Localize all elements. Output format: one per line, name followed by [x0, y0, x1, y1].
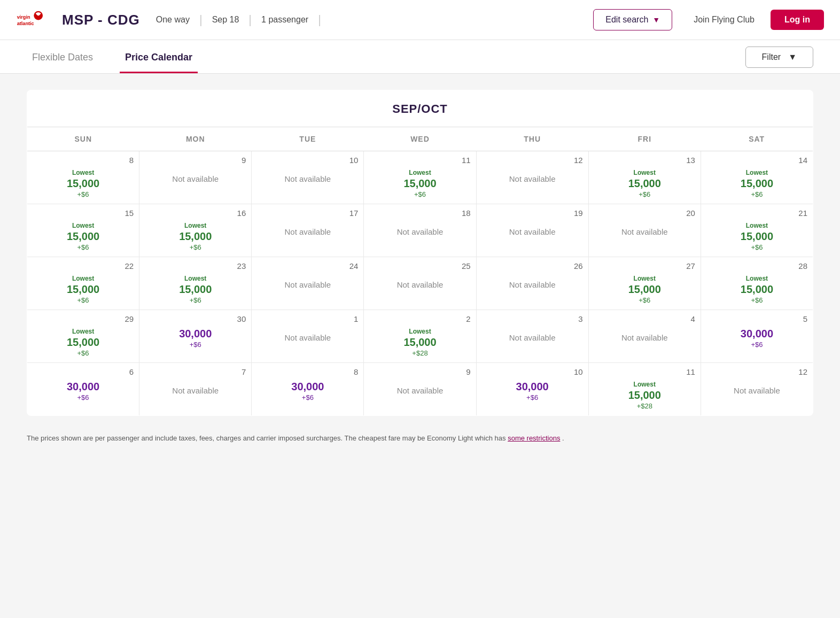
not-available-text: Not available: [482, 333, 583, 342]
calendar-cell[interactable]: 28Lowest15,000+$6: [701, 257, 813, 310]
price-amount: 15,000: [145, 283, 246, 295]
not-available-text: Not available: [594, 227, 695, 236]
svg-text:virgin: virgin: [17, 14, 30, 20]
calendar-cell[interactable]: 11Lowest15,000+$28: [588, 363, 701, 416]
price-label: Lowest: [33, 222, 134, 229]
calendar-row: 630,000+$67Not available830,000+$69Not a…: [27, 363, 813, 416]
footer-restrictions-link[interactable]: some restrictions: [508, 434, 560, 442]
calendar-cell[interactable]: 29Lowest15,000+$6: [27, 310, 139, 363]
price-label: Lowest: [33, 275, 134, 282]
cell-date: 6: [33, 367, 134, 376]
day-header-wed: WED: [364, 127, 476, 151]
cell-date: 4: [594, 314, 695, 323]
not-available-text: Not available: [257, 333, 358, 342]
not-available-text: Not available: [706, 386, 807, 395]
calendar-cell: 10Not available: [252, 151, 364, 204]
not-available-text: Not available: [369, 280, 470, 289]
cell-content: Not available: [369, 378, 470, 395]
cell-date: 24: [257, 261, 358, 271]
cell-content: Not available: [706, 378, 807, 395]
cell-date: 16: [145, 208, 246, 218]
cell-content: Lowest15,000+$6: [706, 220, 807, 251]
divider3: |: [318, 13, 321, 27]
filter-chevron-icon: ▼: [788, 52, 797, 62]
price-amount: 15,000: [145, 230, 246, 242]
cell-content: Not available: [594, 326, 695, 342]
tabs-area: Flexible Dates Price Calendar Filter ▼: [0, 40, 840, 74]
price-amount: 15,000: [369, 336, 470, 348]
calendar-cell: 24Not available: [252, 257, 364, 310]
calendar-cell[interactable]: 13Lowest15,000+$6: [588, 151, 701, 204]
calendar-cell[interactable]: 11Lowest15,000+$6: [364, 151, 476, 204]
price-label: Lowest: [706, 275, 807, 282]
cell-date: 8: [257, 367, 358, 376]
calendar-cell[interactable]: 22Lowest15,000+$6: [27, 257, 139, 310]
cell-date: 12: [482, 156, 583, 165]
cell-date: 10: [482, 367, 583, 376]
calendar-cell[interactable]: 16Lowest15,000+$6: [139, 204, 252, 257]
cell-date: 30: [145, 314, 246, 323]
cell-content: Lowest15,000+$6: [33, 273, 134, 304]
price-label: Lowest: [594, 275, 695, 282]
passengers-count: 1 passenger: [261, 15, 308, 25]
calendar-cell[interactable]: 27Lowest15,000+$6: [588, 257, 701, 310]
calendar-cell[interactable]: 8Lowest15,000+$6: [27, 151, 139, 204]
svg-text:atlantic: atlantic: [17, 20, 34, 26]
price-tax: +$28: [594, 402, 695, 410]
price-label: Lowest: [33, 169, 134, 176]
price-amount: 15,000: [369, 177, 470, 189]
login-button[interactable]: Log in: [771, 10, 824, 30]
calendar-cell[interactable]: 23Lowest15,000+$6: [139, 257, 252, 310]
price-amount: 15,000: [706, 230, 807, 242]
calendar-cell: 17Not available: [252, 204, 364, 257]
price-label: Lowest: [369, 169, 470, 176]
cell-date: 12: [706, 367, 807, 376]
edit-search-button[interactable]: Edit search ▼: [593, 9, 672, 30]
cell-date: 7: [145, 367, 246, 376]
calendar-cell[interactable]: 830,000+$6: [252, 363, 364, 416]
calendar-cell[interactable]: 15Lowest15,000+$6: [27, 204, 139, 257]
cell-content: Not available: [369, 273, 470, 289]
cell-content: 30,000+$6: [482, 378, 583, 401]
cell-date: 29: [33, 314, 134, 323]
calendar-cell[interactable]: 1030,000+$6: [476, 363, 588, 416]
calendar-cell[interactable]: 530,000+$6: [701, 310, 813, 363]
chevron-down-icon: ▼: [652, 16, 660, 24]
divider2: |: [248, 13, 252, 27]
cell-content: Lowest15,000+$6: [33, 220, 134, 251]
cell-content: 30,000+$6: [33, 378, 134, 401]
calendar-cell[interactable]: 14Lowest15,000+$6: [701, 151, 813, 204]
price-amount: 15,000: [594, 177, 695, 189]
tab-price-calendar[interactable]: Price Calendar: [120, 40, 198, 73]
calendar-cell[interactable]: 2Lowest15,000+$28: [364, 310, 476, 363]
price-tax: +$6: [33, 349, 134, 357]
cell-content: Lowest15,000+$6: [594, 273, 695, 304]
day-header-tue: TUE: [252, 127, 364, 151]
join-flying-club-link[interactable]: Join Flying Club: [694, 15, 755, 25]
tab-flexible-dates[interactable]: Flexible Dates: [27, 40, 98, 73]
cell-date: 21: [706, 208, 807, 218]
cell-date: 2: [369, 314, 470, 323]
calendar-cell[interactable]: 630,000+$6: [27, 363, 139, 416]
cell-content: Not available: [257, 273, 358, 289]
calendar-cell: 26Not available: [476, 257, 588, 310]
cell-content: Lowest15,000+$6: [594, 167, 695, 198]
not-available-text: Not available: [257, 280, 358, 289]
cell-date: 15: [33, 208, 134, 218]
cell-date: 5: [706, 314, 807, 323]
cell-content: 30,000+$6: [257, 378, 358, 401]
price-label: Lowest: [594, 381, 695, 388]
not-available-text: Not available: [257, 227, 358, 236]
cell-content: Not available: [482, 220, 583, 236]
price-amount: 30,000: [706, 328, 807, 339]
filter-button[interactable]: Filter ▼: [745, 47, 813, 68]
price-label: Lowest: [706, 222, 807, 229]
not-available-text: Not available: [257, 174, 358, 183]
cell-content: Not available: [145, 378, 246, 395]
price-label: Lowest: [594, 169, 695, 176]
calendar-cell[interactable]: 3030,000+$6: [139, 310, 252, 363]
cell-date: 20: [594, 208, 695, 218]
calendar-cell[interactable]: 21Lowest15,000+$6: [701, 204, 813, 257]
calendar-cell: 9Not available: [139, 151, 252, 204]
price-amount: 15,000: [33, 230, 134, 242]
